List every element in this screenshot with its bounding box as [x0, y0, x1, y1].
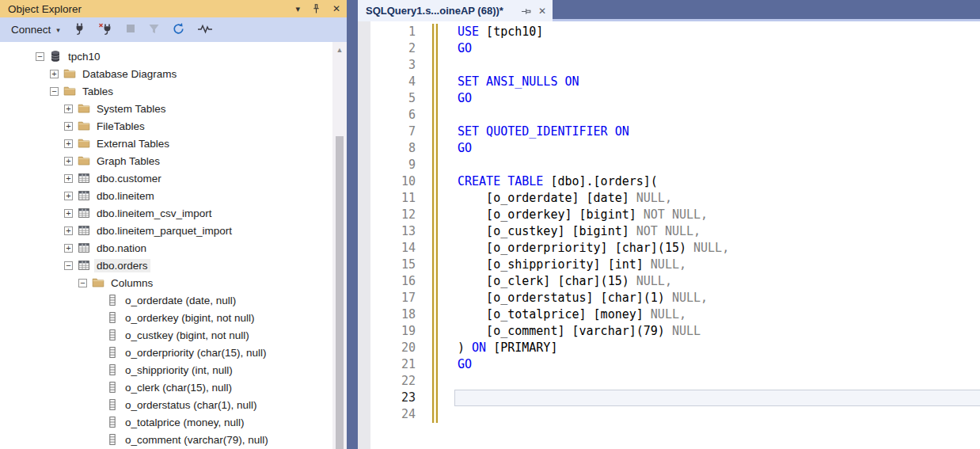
tree-item-label: o_clerk (char(15), null) [123, 381, 234, 394]
expander-plus-icon[interactable]: + [64, 139, 73, 148]
tree-item-o-shippriority-int-null[interactable]: o_shippriority (int, null) [0, 361, 332, 379]
panel-splitter[interactable] [347, 0, 358, 449]
object-explorer-titlebar[interactable]: Object Explorer ▾ ✕ [0, 0, 347, 17]
expander-plus-icon[interactable]: + [64, 105, 73, 113]
scrollbar-up-arrow-icon[interactable]: ▲ [332, 45, 347, 55]
tree-item-label: Columns [108, 276, 155, 290]
column-icon [106, 346, 119, 359]
tab-sqlquery1[interactable]: SQLQuery1.s...oineAP (68))* ✕ [358, 0, 553, 21]
column-icon [106, 363, 119, 376]
activity-monitor-button[interactable] [195, 21, 215, 38]
code-line-8: GO [458, 140, 980, 157]
tree-item-o-totalprice-money-null[interactable]: o_totalprice (money, null) [0, 413, 332, 431]
expander-plus-icon[interactable]: + [50, 70, 59, 78]
folder-icon [63, 67, 76, 80]
indicator-margin [358, 21, 370, 449]
tree-item-o-orderdate-date-null[interactable]: o_orderdate (date, null) [0, 291, 332, 309]
tab-pin-icon[interactable] [521, 6, 532, 17]
close-icon[interactable]: ✕ [332, 4, 340, 13]
tree-item-external-tables[interactable]: +External Tables [0, 135, 332, 152]
code-line-14: [o_orderpriority] [char](15) NULL, [458, 240, 980, 257]
tree-item-filetables[interactable]: +FileTables [0, 117, 332, 135]
connect-button[interactable]: Connect ▾ [8, 22, 63, 37]
tree-item-label: dbo.customer [94, 172, 164, 185]
code-line-12: [o_orderkey] [bigint] NOT NULL, [458, 207, 980, 223]
column-icon [106, 398, 119, 411]
tree-item-o-custkey-bigint-not-null[interactable]: o_custkey (bigint, not null) [0, 326, 332, 344]
line-number: 12 [370, 207, 416, 223]
tree-item-label: tpch10 [66, 50, 103, 63]
tree-item-database-diagrams[interactable]: +Database Diagrams [0, 65, 332, 82]
line-number: 7 [370, 124, 416, 140]
window-menu-chevron-icon[interactable]: ▾ [295, 5, 300, 13]
tree-item-label: o_totalprice (money, null) [123, 416, 247, 429]
tree-item-label: dbo.orders [94, 259, 150, 272]
stop-button [123, 21, 139, 38]
code-line-4: SET ANSI_NULLS ON [458, 74, 980, 90]
expander-minus-icon[interactable]: − [50, 87, 59, 96]
tree-item-dbo-nation[interactable]: +dbo.nation [0, 239, 332, 257]
tree-item-dbo-customer[interactable]: +dbo.customer [0, 169, 332, 187]
line-number: 13 [370, 223, 416, 240]
code-line-17: [o_orderstatus] [char](1) NULL, [458, 290, 980, 306]
expander-plus-icon[interactable]: + [64, 192, 73, 200]
refresh-icon [172, 22, 185, 38]
tree-item-label: System Tables [94, 102, 169, 116]
folder-icon [63, 85, 76, 97]
tree-item-label: Tables [80, 85, 116, 98]
column-icon [106, 294, 119, 306]
expander-plus-icon[interactable]: + [64, 226, 73, 235]
tree-item-graph-tables[interactable]: +Graph Tables [0, 152, 332, 169]
tree-item-o-orderkey-bigint-not-null[interactable]: o_orderkey (bigint, not null) [0, 309, 332, 326]
tree-item-label: dbo.lineitem_parquet_import [94, 224, 234, 238]
table-icon [78, 224, 90, 237]
scrollbar-thumb[interactable] [336, 136, 344, 449]
code-line-22 [458, 373, 980, 390]
expander-minus-icon[interactable]: − [64, 261, 73, 270]
pulse-icon [197, 23, 213, 36]
tree-item-o-orderstatus-char-1-null[interactable]: o_orderstatus (char(1), null) [0, 396, 332, 413]
tree-item-label: Database Diagrams [80, 67, 179, 81]
tree-item-dbo-lineitem[interactable]: +dbo.lineitem [0, 187, 332, 204]
code-line-20: ) ON [PRIMARY] [458, 340, 980, 356]
tree-item-dbo-lineitem-parquet-import[interactable]: +dbo.lineitem_parquet_import [0, 222, 332, 239]
code-line-11: [o_orderdate] [date] NULL, [458, 190, 980, 207]
object-explorer-scrollbar[interactable]: ▲ [332, 42, 347, 449]
tree-item-label: dbo.nation [94, 242, 149, 255]
disconnect-button[interactable] [96, 21, 116, 40]
tree-item-o-clerk-char-15-null[interactable]: o_clerk (char(15), null) [0, 379, 332, 396]
expander-minus-icon[interactable]: − [36, 52, 44, 61]
code-line-16: [o_clerk] [char](15) NULL, [458, 273, 980, 290]
plug-disconnect-icon [98, 22, 113, 38]
tree-item-tables[interactable]: −Tables [0, 82, 332, 100]
expander-plus-icon[interactable]: + [64, 157, 73, 166]
table-icon [78, 242, 90, 254]
tree-item-label: External Tables [94, 137, 172, 150]
tree-item-o-orderpriority-char-15-null[interactable]: o_orderpriority (char(15), null) [0, 344, 332, 361]
tab-title: SQLQuery1.s...oineAP (68))* [366, 5, 521, 17]
expander-plus-icon[interactable]: + [64, 209, 73, 218]
tree-item-dbo-orders[interactable]: −dbo.orders [0, 257, 332, 274]
expander-plus-icon[interactable]: + [64, 244, 73, 253]
column-icon [106, 416, 119, 428]
folder-icon [78, 137, 90, 150]
folder-icon [78, 120, 90, 132]
pin-icon[interactable] [312, 3, 321, 14]
refresh-button[interactable] [169, 21, 188, 40]
tree-item-dbo-lineitem-csv-import[interactable]: +dbo.lineitem_csv_import [0, 204, 332, 222]
expander-plus-icon[interactable]: + [64, 122, 73, 131]
tree-item-tpch10[interactable]: −tpch10 [0, 48, 332, 65]
tree-item-label: Graph Tables [94, 154, 162, 168]
stop-square-icon [125, 23, 136, 36]
code-editor[interactable]: 123456789101112131415161718192021222324 … [358, 21, 980, 449]
expander-minus-icon[interactable]: − [78, 279, 87, 287]
connect-object-button[interactable] [70, 21, 89, 40]
tree-item-columns[interactable]: −Columns [0, 274, 332, 291]
tab-close-icon[interactable]: ✕ [538, 6, 546, 16]
line-number: 18 [370, 306, 416, 323]
line-number: 4 [370, 74, 416, 90]
tree-item-system-tables[interactable]: +System Tables [0, 100, 332, 117]
expander-plus-icon[interactable]: + [64, 174, 73, 183]
tree-item-o-comment-varchar-79-null[interactable]: o_comment (varchar(79), null) [0, 431, 332, 448]
line-number: 19 [370, 323, 416, 340]
